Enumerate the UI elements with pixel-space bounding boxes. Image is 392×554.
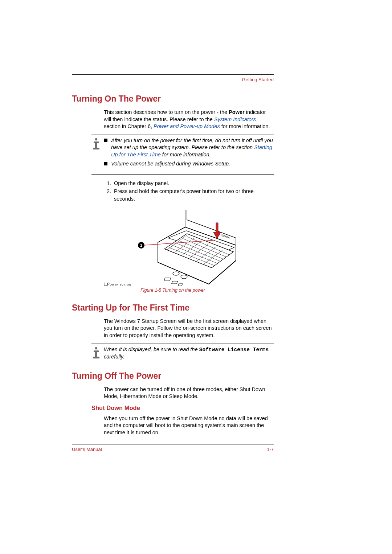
note1-b1-b: for more information.: [161, 152, 211, 157]
header-section-label: Getting Started: [72, 77, 274, 82]
square-bullet-icon: [104, 139, 107, 142]
footer-page-number: 1-7: [267, 447, 274, 452]
note1-bullet1: After you turn on the power for the firs…: [111, 137, 274, 159]
figure-caption: Figure 1-5 Turning on the power: [72, 288, 274, 293]
note2-rule-bottom: [91, 366, 274, 366]
heading-turning-on-power: Turning On The Power: [72, 94, 274, 104]
step1-text: Open the display panel.: [114, 180, 274, 187]
s1-intro-a: This section describes how to turn on th…: [104, 109, 229, 115]
heading-starting-up: Starting Up for The First Time: [72, 303, 274, 313]
figure-legend: 1.Power button: [104, 282, 274, 286]
svg-point-0: [95, 138, 97, 140]
s2-paragraph: The Windows 7 Startup Screen will be the…: [104, 318, 274, 339]
note1-rule-bottom: [91, 174, 274, 175]
s1-intro-bold-power: Power: [229, 109, 245, 115]
info-icon: [91, 138, 101, 150]
step2-text: Press and hold the computer's power butt…: [114, 188, 274, 202]
note2-block: When it is displayed, be sure to read th…: [91, 346, 274, 361]
fig-legend-num: 1.: [104, 282, 107, 286]
svg-rect-3: [93, 148, 99, 149]
note2-rule-top: [91, 344, 274, 344]
heading-turning-off-power: Turning Off The Power: [72, 371, 274, 381]
link-power-modes[interactable]: Power and Power-up Modes: [154, 123, 220, 129]
subheading-shutdown-mode: Shut Down Mode: [91, 405, 274, 411]
figure-1-5: TOSHIBA 1 1.Power button: [104, 210, 274, 286]
note2-text: When it is displayed, be sure to read th…: [104, 346, 274, 361]
svg-point-23: [95, 347, 97, 349]
note1-bullet2: Volume cannot be adjusted during Windows…: [111, 160, 274, 168]
svg-rect-25: [95, 350, 97, 357]
svg-rect-26: [93, 357, 99, 358]
note2-b: carefully.: [104, 354, 124, 360]
step-num-1: 1.: [104, 180, 114, 187]
s1-steps: 1.Open the display panel. 2.Press and ho…: [104, 180, 274, 202]
svg-rect-19: [172, 281, 178, 284]
s1-intro-paragraph: This section describes how to turn on th…: [104, 109, 274, 130]
footer: User's Manual 1-7: [72, 447, 274, 452]
s1-intro-d: for more information.: [220, 123, 270, 129]
callout-badge-1: 1: [138, 242, 144, 249]
footer-rule: [72, 444, 274, 444]
note2-mono: Software License Terms: [199, 347, 269, 353]
note1-rule-top: [91, 135, 274, 135]
s3-sub-paragraph: When you turn off the power in Shut Down…: [104, 415, 274, 436]
note1-block: After you turn on the power for the firs…: [91, 137, 274, 169]
footer-left: User's Manual: [72, 447, 102, 452]
svg-rect-18: [164, 278, 171, 281]
square-bullet-icon: [104, 162, 107, 165]
svg-point-17: [181, 275, 187, 279]
fig-legend-label: Power button: [107, 282, 131, 286]
svg-text:1: 1: [140, 243, 142, 247]
s1-intro-c: section in Chapter 6,: [104, 123, 154, 129]
note2-a: When it is displayed, be sure to read th…: [104, 346, 199, 352]
svg-rect-2: [95, 141, 97, 148]
info-icon: [91, 347, 101, 359]
link-system-indicators[interactable]: System Indicators: [214, 116, 256, 122]
step-num-2: 2.: [104, 188, 114, 202]
laptop-power-illustration: TOSHIBA 1: [136, 210, 241, 287]
s3-paragraph: The power can be turned off in one of th…: [104, 386, 274, 400]
svg-point-16: [173, 272, 179, 275]
header-rule: [72, 74, 274, 75]
note1-b1-a: After you turn on the power for the firs…: [111, 138, 273, 151]
svg-rect-20: [178, 284, 183, 286]
